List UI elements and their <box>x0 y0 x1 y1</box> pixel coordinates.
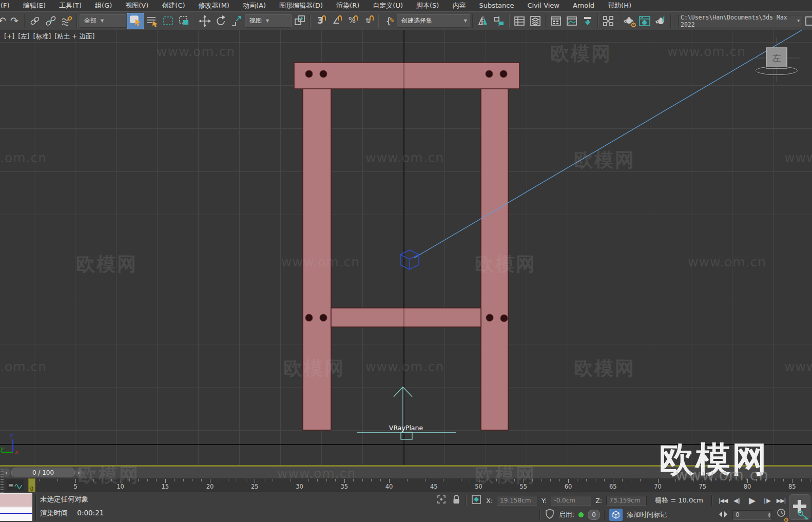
select-by-name-icon <box>146 14 159 28</box>
edit-named-selection-sets-button[interactable]: { ✎ <box>381 13 396 29</box>
mirror-button[interactable] <box>475 13 491 29</box>
next-frame-arrow[interactable]: › <box>75 468 83 477</box>
angle-snap-toggle-button[interactable]: ∠ <box>328 13 344 29</box>
render-production-button[interactable] <box>653 13 668 29</box>
percent-snap-toggle-button[interactable]: % <box>344 13 360 29</box>
select-by-name-button[interactable] <box>145 13 160 29</box>
spinner-arrows-icon[interactable]: ▲▼ <box>768 511 770 519</box>
window-crossing-icon <box>178 15 190 27</box>
menu-item-12[interactable]: 内容 <box>446 0 472 11</box>
viewport-canvas[interactable]: VRayPlane 左 z y x [+] [左] [标准] [粘土 + 边面] <box>0 29 812 465</box>
menu-item-6[interactable]: 修改器(M) <box>192 0 236 11</box>
notification-count-button[interactable]: 0 <box>588 510 600 520</box>
menu-item-14[interactable]: Civil View <box>520 0 566 11</box>
select-and-scale-button[interactable] <box>229 13 244 29</box>
timeline-drag-handle[interactable] <box>1 468 4 493</box>
y-coord-field[interactable]: -0.0cm <box>551 496 591 506</box>
viewport-menu-general[interactable]: [+] <box>4 32 14 41</box>
go-to-end-button[interactable]: ▶▶| <box>775 495 787 506</box>
track-bar[interactable]: ≡ 0 510152025303540455055606570758085 <box>0 478 812 492</box>
z-coord-label: Z: <box>595 497 602 505</box>
menu-item-5[interactable]: 创建(C) <box>155 0 191 11</box>
viewport-menu-pov[interactable]: [左] <box>18 32 29 41</box>
next-frame-button[interactable]: ||▶ <box>761 495 774 506</box>
x-coord-field[interactable]: 19.158cm <box>497 496 537 506</box>
menu-item-1[interactable]: 编辑(E) <box>16 0 52 11</box>
project-folder-dropdown[interactable]: C:\Users\Han\Documents\3ds Max 2022 ▼ <box>678 15 802 27</box>
magnet-icon <box>369 15 375 21</box>
current-frame-spinner[interactable]: 0 ▲▼ <box>732 510 772 520</box>
unlink-selection-button[interactable] <box>43 13 59 29</box>
axis-z-label: z <box>9 432 13 439</box>
shield-icon <box>545 508 555 519</box>
reference-coordinate-dropdown[interactable]: 视图 ▼ <box>245 14 292 28</box>
x-coord-label: X: <box>486 497 493 505</box>
use-pivot-point-center-button[interactable] <box>292 13 307 29</box>
viewport-menu-shading[interactable]: [粘土 + 边面] <box>54 32 94 41</box>
select-and-link-button[interactable] <box>27 13 43 29</box>
menu-item-8[interactable]: 图形编辑器(D) <box>273 0 330 11</box>
ribbon-icon <box>550 15 562 27</box>
macro-recorder-field[interactable] <box>0 493 32 507</box>
rectangular-selection-region-button[interactable] <box>161 13 176 29</box>
stool-stretcher <box>331 308 481 327</box>
menu-item-10[interactable]: 自定义(U) <box>366 0 410 11</box>
menu-item-4[interactable]: 视图(V) <box>119 0 155 11</box>
timeline-playhead[interactable]: 0 <box>28 478 35 492</box>
mini-curve-editor-button[interactable]: ≡ <box>7 479 24 491</box>
menu-item-16[interactable]: 帮助(H) <box>601 0 638 11</box>
align-icon <box>493 15 505 27</box>
select-and-move-button[interactable] <box>197 13 212 29</box>
play-button[interactable]: ▶ <box>744 495 760 506</box>
toggle-layer-explorer-button[interactable] <box>528 13 543 29</box>
ruler-label-50: 50 <box>475 483 482 490</box>
bind-to-space-warp-button[interactable] <box>59 13 74 29</box>
rendered-frame-window-button[interactable] <box>637 13 652 29</box>
key-mode-icon <box>718 511 728 518</box>
toggle-scene-explorer-button[interactable] <box>512 13 527 29</box>
set-key-button[interactable] <box>789 494 810 520</box>
menu-item-0[interactable]: 文件(F) <box>0 0 16 11</box>
menu-item-11[interactable]: 脚本(S) <box>410 0 446 11</box>
material-editor-button[interactable] <box>601 13 616 29</box>
playback-controls: |◀◀◀||▶||▶▶▶| <box>717 495 787 506</box>
schematic-view-button[interactable] <box>580 13 595 29</box>
time-slider[interactable]: 0 / 100 <box>11 468 75 478</box>
named-selection-sets-dropdown[interactable]: 创建选择集 ▼ <box>397 14 470 28</box>
toggle-ribbon-button[interactable] <box>548 13 564 29</box>
menu-item-2[interactable]: 工具(T) <box>52 0 88 11</box>
window-crossing-toggle-button[interactable] <box>177 13 192 29</box>
menu-item-15[interactable]: Arnold <box>566 0 601 11</box>
go-to-start-button[interactable]: |◀◀ <box>717 495 729 506</box>
menu-item-7[interactable]: 动画(A) <box>236 0 273 11</box>
absolute-mode-toggle[interactable] <box>471 494 482 507</box>
stool-right-leg <box>481 89 508 430</box>
z-coord-field[interactable]: 73.159cm <box>606 496 647 506</box>
select-and-rotate-button[interactable] <box>213 13 228 29</box>
select-object-button[interactable] <box>127 13 144 29</box>
menu-item-9[interactable]: 渲染(R) <box>330 0 366 11</box>
menu-item-13[interactable]: Substance <box>472 0 520 11</box>
time-tag-cube-button[interactable] <box>609 509 623 521</box>
viewcube[interactable]: 左 <box>753 37 800 82</box>
chevron-down-icon: ▼ <box>464 18 467 23</box>
curve-editor-button[interactable] <box>564 13 579 29</box>
key-mode-toggle[interactable] <box>718 510 728 520</box>
selection-filter-dropdown[interactable]: 全部 ▼ <box>80 14 126 28</box>
undo-button[interactable]: ↶ <box>0 13 6 29</box>
selection-lock-toggle[interactable] <box>451 494 461 507</box>
align-button[interactable] <box>491 13 507 29</box>
snap-toggle-3d-button[interactable]: 3 <box>313 13 328 29</box>
workspace-button[interactable] <box>805 13 812 29</box>
previous-frame-button[interactable]: ◀|| <box>730 495 743 506</box>
menu-item-3[interactable]: 组(G) <box>88 0 119 11</box>
spinner-snap-toggle-button[interactable]: ⇅ <box>360 13 376 29</box>
redo-button[interactable]: ↷ <box>7 13 22 29</box>
isolate-selection-toggle[interactable] <box>436 494 447 507</box>
previous-frame-arrow[interactable]: ‹ <box>3 468 10 477</box>
viewport-menu-standard[interactable]: [标准] <box>33 32 51 41</box>
render-setup-button[interactable]: ⚙ <box>621 13 636 29</box>
time-configuration-button[interactable]: ⚙ <box>776 508 787 521</box>
safe-scene-toggle[interactable] <box>545 508 555 521</box>
maxscript-mini-listener[interactable] <box>0 507 32 521</box>
